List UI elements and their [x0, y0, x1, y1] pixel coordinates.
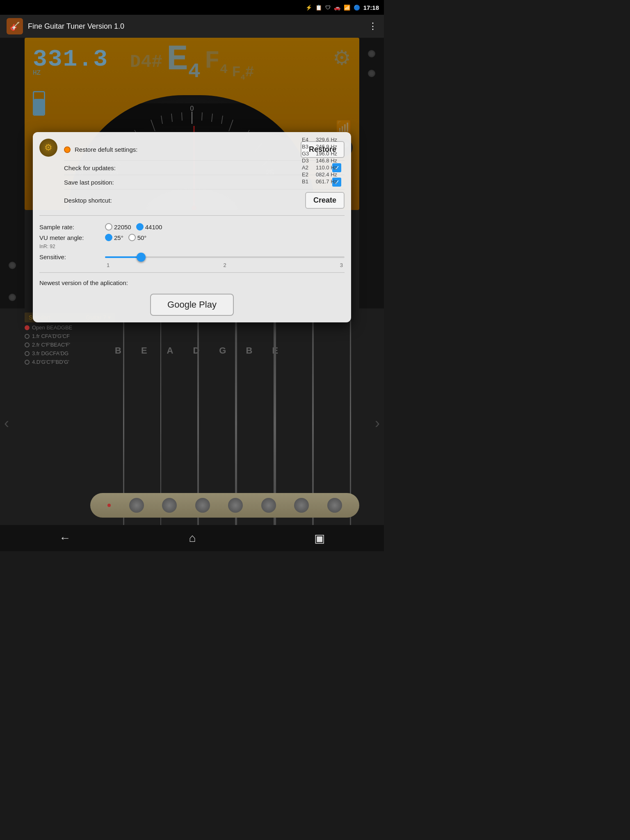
app-icon: 🎸 [7, 18, 23, 34]
check-updates-label: Check for updates: [64, 164, 332, 171]
nf-row-g3: G3 196.0 Hz [302, 150, 345, 157]
rate-22050-label: 22050 [114, 224, 131, 231]
vu-25-label: 25° [114, 234, 123, 241]
main-content: 331.3 HZ D4# E4 F4 F4# ⚙ 📶 [0, 38, 384, 525]
nf-note-d3: D3 [302, 158, 313, 164]
status-time: 17:18 [363, 4, 379, 11]
dialog-divider-2 [39, 272, 345, 273]
nf-note-g3: G3 [302, 151, 313, 157]
nf-freq-b3: 246.9 Hz [316, 144, 345, 150]
back-button[interactable]: ← [51, 527, 79, 549]
google-play-button[interactable]: Google Play [150, 294, 234, 316]
nf-note-b1: B1 [302, 178, 313, 185]
nf-freq-g3: 196.0 Hz [316, 151, 345, 157]
sensitive-slider-fill [105, 256, 141, 258]
nf-note-a2: A2 [302, 164, 313, 171]
save-position-label: Save last position: [64, 179, 332, 186]
sensitive-label: Sensitive: [39, 253, 105, 260]
nf-freq-e4: 329.6 Hz [316, 137, 345, 143]
sensitive-slider-thumb[interactable] [137, 253, 146, 262]
nf-row-a2: A2 110.0 Hz [302, 164, 345, 171]
vu-50-item[interactable]: 50° [128, 234, 147, 241]
nf-freq-e2: 082.4 Hz [316, 171, 345, 178]
settings-dialog: ⚙ Restore defult settings: E4 329.6 Hz B… [33, 132, 351, 322]
nf-row-d3: D3 146.8 Hz [302, 157, 345, 164]
slider-label-2: 2 [223, 262, 226, 268]
app-title: Fine Guitar Tuner Version 1.0 [28, 22, 368, 31]
wifi-status-icon: 📶 [344, 5, 350, 11]
vu-meter-row: VU meter angle: 25° 50° [39, 232, 345, 243]
nf-freq-d3: 146.8 Hz [316, 158, 345, 164]
slider-label-3: 3 [340, 262, 343, 268]
usb-icon: ⚡ [306, 5, 312, 11]
vu-25-item[interactable]: 25° [105, 234, 123, 241]
desktop-shortcut-label: Desktop shortcut: [64, 197, 305, 204]
nf-row-b1: B1 061.7 Hz [302, 178, 345, 185]
vu-50-radio[interactable] [128, 234, 136, 241]
create-button[interactable]: Create [305, 192, 345, 209]
nf-note-b3: B3 [302, 144, 313, 150]
shield-icon: 🛡 [325, 5, 331, 11]
rate-44100-item[interactable]: 44100 [136, 223, 162, 231]
nav-bar: ← ⌂ ▣ [0, 525, 384, 551]
nf-note-e4: E4 [302, 137, 313, 143]
nf-freq-b1: 061.7 Hz [316, 178, 345, 185]
restore-row: Restore defult settings: E4 329.6 Hz B3 … [64, 139, 345, 161]
settings-gear-icon: ⚙ [39, 139, 57, 157]
sensitive-row: Sensitive: [39, 250, 345, 262]
status-bar: ⚡ 📋 🛡 🚗 📶 🔵 17:18 [0, 0, 384, 15]
vu-25-radio[interactable] [105, 234, 112, 241]
dialog-divider-1 [39, 215, 345, 216]
nf-row-e4: E4 329.6 Hz [302, 136, 345, 143]
rate-22050-item[interactable]: 22050 [105, 223, 131, 231]
slider-labels: 1 2 3 [39, 262, 345, 268]
nf-note-e2: E2 [302, 171, 313, 178]
app-bar: 🎸 Fine Guitar Tuner Version 1.0 ⋮ [0, 15, 384, 38]
inr-settings-label: InR: 92 [39, 243, 345, 250]
home-button[interactable]: ⌂ [181, 527, 204, 549]
sensitive-slider-track[interactable] [105, 256, 345, 258]
recents-button[interactable]: ▣ [306, 527, 333, 549]
sim-icon: 📋 [315, 5, 322, 11]
sample-rate-label: Sample rate: [39, 224, 105, 231]
vu-meter-label: VU meter angle: [39, 234, 105, 241]
rate-44100-label: 44100 [145, 224, 162, 231]
restore-label: Restore defult settings: [75, 146, 301, 153]
nf-row-e2: E2 082.4 Hz [302, 171, 345, 178]
vu-angle-group: 25° 50° [105, 234, 146, 241]
car-icon: 🚗 [334, 5, 340, 11]
newest-version-label: Newest version of the aplication: [39, 277, 345, 289]
sample-rate-row: Sample rate: 22050 44100 [39, 220, 345, 232]
slider-label-1: 1 [107, 262, 110, 268]
restore-radio[interactable] [64, 146, 71, 153]
overflow-menu-icon[interactable]: ⋮ [368, 21, 377, 32]
rate-44100-radio[interactable] [136, 223, 144, 231]
desktop-shortcut-row: Desktop shortcut: Create [64, 189, 345, 211]
rate-22050-radio[interactable] [105, 223, 112, 231]
nf-freq-a2: 110.0 Hz [316, 164, 345, 171]
nf-row-b3: B3 246.9 Hz [302, 143, 345, 150]
vu-50-label: 50° [137, 234, 147, 241]
bluetooth-icon: 🔵 [354, 5, 360, 11]
sample-rate-group: 22050 44100 [105, 223, 162, 231]
guitar-icon: 🎸 [10, 21, 20, 31]
sensitive-slider-container [105, 255, 345, 260]
note-freq-table: E4 329.6 Hz B3 246.9 Hz G3 196.0 Hz D3 1… [302, 136, 345, 185]
